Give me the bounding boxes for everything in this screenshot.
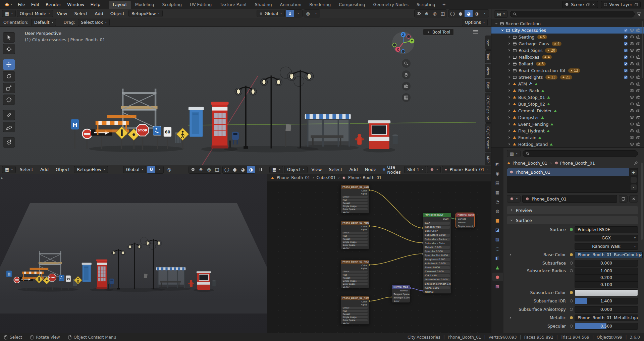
socket-icon[interactable] [570, 269, 573, 272]
add-slot-button[interactable]: + [630, 169, 637, 176]
unlink-scene-icon[interactable] [592, 3, 595, 6]
disable-in-renders-icon[interactable] [636, 115, 641, 120]
scale-tool[interactable] [3, 83, 15, 93]
menu-edit[interactable]: Edit [28, 1, 43, 8]
disable-in-renders-icon[interactable] [636, 95, 641, 100]
hide-in-viewport-icon[interactable] [630, 88, 634, 93]
outliner-scrollbar[interactable] [642, 21, 643, 78]
sidebar-tab-arp[interactable]: ARP [485, 153, 491, 165]
subsurface-anisotropy-field[interactable]: 0.000 [575, 306, 638, 313]
sss-radius-z-field[interactable]: 0.100 [575, 281, 638, 288]
tab-geometry-nodes[interactable]: Geometry Nodes [369, 1, 413, 9]
transform-orientation-dropdown[interactable]: ⊕Global▾ [257, 10, 285, 17]
add-workspace-button[interactable]: + [439, 1, 449, 9]
outliner-scene-collection[interactable]: Scene Collection [491, 20, 644, 27]
chevron-down-icon[interactable] [501, 29, 504, 32]
breadcrumb-mesh[interactable]: Cube.001 [316, 175, 336, 180]
menu-file[interactable]: File [15, 1, 28, 8]
hide-in-viewport-icon[interactable] [630, 115, 634, 120]
world-tab[interactable]: ◍ [492, 207, 503, 215]
shader-type-dropdown[interactable]: Object▾ [284, 166, 308, 173]
hide-in-viewport-icon[interactable] [630, 55, 634, 59]
disable-in-renders-icon[interactable] [636, 142, 641, 147]
retopoflow-dropdown[interactable]: RetopoFlow▾ [74, 166, 108, 173]
hide-in-viewport-icon[interactable] [630, 81, 634, 86]
sss-radius-y-field[interactable]: 0.200 [575, 274, 638, 281]
viewport-canvas[interactable]: User Perspective (1) City Accessories | … [0, 27, 491, 165]
disable-in-renders-icon[interactable] [636, 122, 641, 126]
snap-magnet-toggle[interactable] [286, 10, 294, 17]
unlink-material-icon[interactable] [629, 195, 638, 203]
sidebar-tab-ccic-pipeline[interactable]: CC/iC Pipeline [485, 93, 491, 123]
outliner-item-streetlights[interactable]: Streetlights 13 21 [491, 74, 644, 80]
chevron-right-icon[interactable] [507, 69, 511, 72]
properties-scrollbar[interactable] [641, 163, 643, 240]
mode-dropdown[interactable]: Object Mode▾ [17, 10, 53, 17]
disable-in-renders-icon[interactable] [636, 48, 641, 53]
hide-in-viewport-icon[interactable] [630, 95, 634, 100]
menu-view[interactable]: View [54, 10, 70, 17]
overlays-dropdown[interactable]: ◎ [205, 166, 213, 173]
menu-object[interactable]: Object [53, 166, 73, 173]
panel-menu-icon[interactable] [473, 30, 478, 34]
menu-object[interactable]: Object [107, 10, 127, 17]
chevron-right-icon[interactable] [507, 143, 511, 146]
chevron-right-icon[interactable] [507, 49, 511, 52]
disable-in-renders-icon[interactable] [636, 35, 641, 39]
outliner-item-bus-stop-01[interactable]: Bus_Stop_01 [491, 94, 644, 101]
hide-in-viewport-icon[interactable] [630, 128, 634, 133]
zoom-icon[interactable] [402, 59, 411, 68]
chevron-down-icon[interactable] [495, 22, 498, 25]
slot-list[interactable]: Phone_Booth_01 [507, 168, 629, 192]
linked-socket-icon[interactable] [570, 291, 573, 294]
chevron-right-icon[interactable] [507, 42, 511, 45]
exclude-checkbox-icon[interactable] [624, 62, 628, 66]
node-material-output[interactable]: Material Output Surface Volume Displacem… [455, 213, 475, 228]
particles-tab[interactable]: ▨ [492, 235, 503, 243]
properties-search[interactable] [523, 150, 638, 157]
chevron-right-icon[interactable] [507, 122, 511, 126]
outliner-item-dumpster[interactable]: Dumpster [491, 114, 644, 121]
select-box-tool[interactable] [3, 32, 15, 43]
disable-in-renders-icon[interactable] [636, 102, 641, 106]
disable-in-renders-icon[interactable] [636, 61, 641, 66]
node-normal-map[interactable]: Normal Map Normal Tangent Space Strength… [391, 285, 410, 303]
options-dropdown[interactable]: Options▾ [462, 19, 488, 26]
menu-help[interactable]: Help [88, 1, 104, 8]
disable-in-renders-icon[interactable] [636, 135, 641, 140]
render-tab[interactable]: ◉ [492, 169, 503, 178]
scene-tab[interactable]: ◔ [492, 197, 503, 206]
subsurface-value-field[interactable]: 0.000 [575, 260, 638, 267]
city-accessories-scene[interactable] [67, 38, 402, 162]
menu-select[interactable]: Select [326, 166, 345, 173]
editor-type-button[interactable]: ▦▾ [269, 166, 283, 173]
material-slot-row[interactable]: Phone_Booth_01 [507, 168, 629, 176]
chevron-right-icon[interactable] [507, 62, 511, 65]
subsurface-color-swatch[interactable] [575, 289, 638, 296]
outliner-item-event-fencing[interactable]: Event_Fencing [491, 121, 644, 127]
hide-in-viewport-icon[interactable] [630, 102, 634, 106]
node-image-texture-metallic[interactable]: Phone_Booth_01_Metallic.tga Color Alpha … [340, 221, 369, 249]
retopoflow-dropdown[interactable]: RetopoFlow▾ [128, 10, 163, 17]
chevron-right-icon[interactable] [507, 96, 511, 99]
socket-icon[interactable] [570, 299, 573, 302]
exclude-checkbox-icon[interactable] [624, 75, 628, 79]
surface-shader-field[interactable]: Principled BSDF [575, 226, 638, 233]
view-layer-tab[interactable]: ▦ [492, 188, 503, 196]
add-cube-tool[interactable] [3, 137, 15, 148]
overlays-dropdown[interactable]: ◎ [431, 10, 439, 17]
outliner-city-accessories[interactable]: City Accessories [491, 27, 644, 34]
hide-in-viewport-icon[interactable] [630, 35, 634, 39]
shading-wireframe[interactable]: ◯ [448, 10, 457, 17]
fake-user-shield-icon[interactable] [619, 195, 628, 203]
drag-dropdown[interactable]: Select Box▾ [78, 19, 110, 26]
proportional-edit-toggle[interactable]: ◎ [304, 10, 312, 17]
editor-type-button[interactable]: ▦▾ [2, 10, 16, 17]
constraints-tab[interactable]: ◧ [492, 254, 503, 262]
object-tab[interactable]: ■ [492, 216, 503, 225]
material-tab[interactable]: ● [492, 273, 503, 281]
subsurface-method-dropdown[interactable]: Random Walk▾ [575, 243, 638, 250]
filter-icon[interactable] [637, 12, 641, 16]
show-hide-dropdown[interactable] [415, 10, 423, 17]
chevron-right-icon[interactable] [507, 55, 511, 59]
